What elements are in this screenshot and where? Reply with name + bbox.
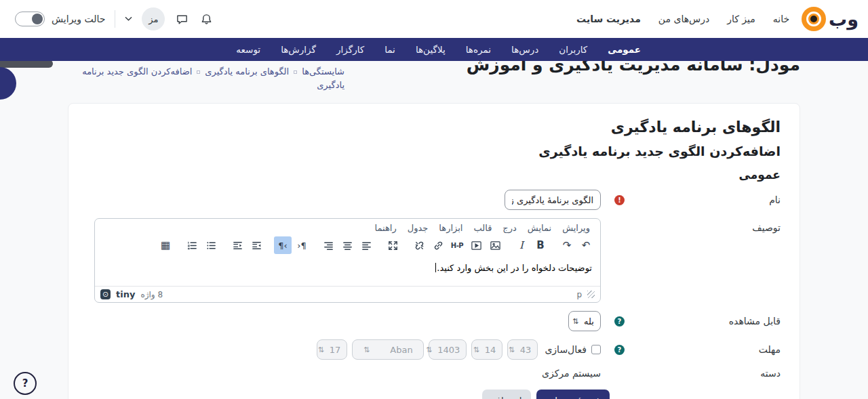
nav-item-my-courses[interactable]: درس‌های من <box>658 14 709 24</box>
help-icon[interactable]: ? <box>614 316 625 327</box>
italic-icon[interactable]: I <box>513 236 530 254</box>
tab-general[interactable]: عمومی <box>608 44 641 55</box>
edit-mode-toggle[interactable] <box>15 12 45 26</box>
unlink-icon[interactable] <box>410 236 428 254</box>
menu-view[interactable]: نمایش <box>523 222 556 234</box>
tab-courses[interactable]: درس‌ها <box>511 44 538 55</box>
resize-grip[interactable] <box>587 291 595 298</box>
name-input[interactable] <box>505 190 601 210</box>
enable-label: فعال‌سازی <box>545 344 587 355</box>
visible-control: ? بله ⇅ <box>87 311 625 331</box>
deadline-date-selects: 43 ⇅ 14 ⇅ 1403 ⇅ Aban ⇅ <box>317 339 538 360</box>
notifications-bell-icon[interactable] <box>199 12 214 26</box>
outdent-icon[interactable] <box>229 236 246 254</box>
messages-chat-icon[interactable] <box>174 12 189 26</box>
table-icon[interactable]: ▦ <box>157 236 174 254</box>
editor-toolbar: ↶ ↷ B I <box>95 234 600 257</box>
category-value: سیستم مرکزی <box>542 368 601 379</box>
editor-statusbar: ⊙ tiny 8 واژه p <box>95 286 600 302</box>
month-select[interactable]: Aban ⇅ <box>352 339 424 360</box>
tab-users[interactable]: کاربران <box>559 44 587 55</box>
hour-value: 17 <box>330 345 341 355</box>
menu-tools[interactable]: ابزارها <box>434 222 467 234</box>
link-icon[interactable] <box>429 236 447 254</box>
cancel-button[interactable]: انصراف <box>482 390 531 399</box>
menu-insert[interactable]: درج <box>498 222 521 234</box>
visible-label: قابل مشاهده <box>625 316 781 327</box>
nav-item-dashboard[interactable]: میز کار <box>727 14 755 24</box>
menu-edit[interactable]: ویرایش <box>557 222 595 234</box>
page-header: مودل: سامانه مدیریت یادگیری و آموزش شایس… <box>68 61 800 92</box>
year-value: 1403 <box>437 345 460 355</box>
minute-value: 43 <box>520 345 532 355</box>
year-select[interactable]: 1403 ⇅ <box>429 339 467 360</box>
select-arrows-icon: ⇅ <box>318 345 324 354</box>
form-card: الگوهای برنامه یادگیری اضافه‌کردن الگوی … <box>68 103 800 399</box>
hour-select[interactable]: 17 ⇅ <box>317 339 347 360</box>
numbered-list-icon[interactable] <box>183 236 201 254</box>
day-select[interactable]: 14 ⇅ <box>471 339 502 360</box>
user-menu-chevron-down-icon[interactable] <box>125 16 132 22</box>
form-row-category: دسته سیستم مرکزی <box>87 368 781 379</box>
media-icon[interactable] <box>467 236 485 254</box>
form-actions: ذخیرهٔ تغییرات انصراف <box>87 390 781 399</box>
visible-select-value: بله <box>584 316 594 327</box>
editor-content-area[interactable]: توضیحات دلخواه را در این بخش وارد کنید. <box>95 257 600 286</box>
fullscreen-icon[interactable] <box>384 236 401 254</box>
bullet-list-icon[interactable] <box>202 236 220 254</box>
element-path[interactable]: p <box>576 290 582 299</box>
help-icon[interactable]: ? <box>614 345 625 355</box>
visible-select[interactable]: بله ⇅ <box>568 311 601 331</box>
minute-select[interactable]: 43 ⇅ <box>507 339 538 360</box>
select-arrows-icon: ⇅ <box>473 345 479 354</box>
indent-icon[interactable] <box>248 236 265 254</box>
form-row-name: نام ! <box>87 190 781 210</box>
redo-icon[interactable]: ↷ <box>558 236 576 254</box>
nav-item-home[interactable]: خانه <box>773 14 789 24</box>
tab-reports[interactable]: گزارش‌ها <box>281 44 316 55</box>
align-left-icon[interactable] <box>357 236 375 254</box>
menu-table[interactable]: جدول <box>403 222 433 234</box>
form-subheading: اضافه‌کردن الگوی جدید برنامه یادگیری <box>87 144 781 159</box>
menu-format[interactable]: قالب <box>469 222 496 234</box>
tiny-logo-icon[interactable]: ⊙ <box>100 289 111 299</box>
open-drawer-button[interactable]: › <box>0 67 16 100</box>
help-fab-button[interactable]: ? <box>14 372 37 395</box>
description-control: ویرایش نمایش درج قالب ابزارها جدول راهنم… <box>87 218 625 303</box>
tab-server[interactable]: کارگزار <box>336 44 364 55</box>
breadcrumb-separator <box>294 70 297 74</box>
topbar-user-area: مز حالت ویرایش <box>15 7 214 30</box>
tiny-brand-text: tiny <box>116 289 135 299</box>
menu-help[interactable]: راهنما <box>370 222 401 234</box>
h5p-icon[interactable]: H-P <box>448 236 466 254</box>
enable-checkbox[interactable] <box>591 345 601 354</box>
ltr-direction-icon[interactable]: ›¶ <box>293 236 311 254</box>
topbar-divider <box>115 10 115 28</box>
section-general: عمومی <box>87 168 781 182</box>
tab-plugins[interactable]: پلاگین‌ها <box>416 44 446 55</box>
save-button[interactable]: ذخیرهٔ تغییرات <box>536 390 610 399</box>
form-heading: الگوهای برنامه یادگیری <box>87 119 781 135</box>
align-center-icon[interactable] <box>338 236 356 254</box>
form-row-description: توصیف ویرایش نمایش درج قالب ابزارها جدول… <box>87 218 781 303</box>
tab-appearance[interactable]: نما <box>384 44 395 55</box>
user-avatar[interactable]: مز <box>142 7 165 30</box>
select-arrows-icon: ⇅ <box>572 317 578 326</box>
tab-development[interactable]: توسعه <box>236 44 260 55</box>
breadcrumb-templates[interactable]: الگوهای برنامه یادگیری <box>205 66 289 77</box>
bold-icon[interactable]: B <box>532 236 549 254</box>
rtl-direction-icon[interactable]: ¶‹ <box>274 236 292 254</box>
select-arrows-icon: ⇅ <box>363 345 370 354</box>
word-count: 8 واژه <box>140 290 163 299</box>
undo-icon[interactable]: ↶ <box>577 236 595 254</box>
breadcrumb-separator <box>197 70 200 74</box>
tab-grades[interactable]: نمره‌ها <box>466 44 491 55</box>
image-icon[interactable] <box>486 236 504 254</box>
nav-item-site-admin[interactable]: مدیریت سایت <box>576 14 641 24</box>
primary-nav: خانه میز کار درس‌های من مدیریت سایت <box>576 14 789 24</box>
align-right-icon[interactable] <box>319 236 337 254</box>
deadline-control: ? فعال‌سازی 43 ⇅ 14 ⇅ 1403 <box>87 339 625 360</box>
breadcrumb-competencies[interactable]: شایستگی‌ها <box>302 66 344 77</box>
site-logo[interactable]: وب <box>802 7 859 31</box>
select-arrows-icon: ⇅ <box>509 345 515 354</box>
